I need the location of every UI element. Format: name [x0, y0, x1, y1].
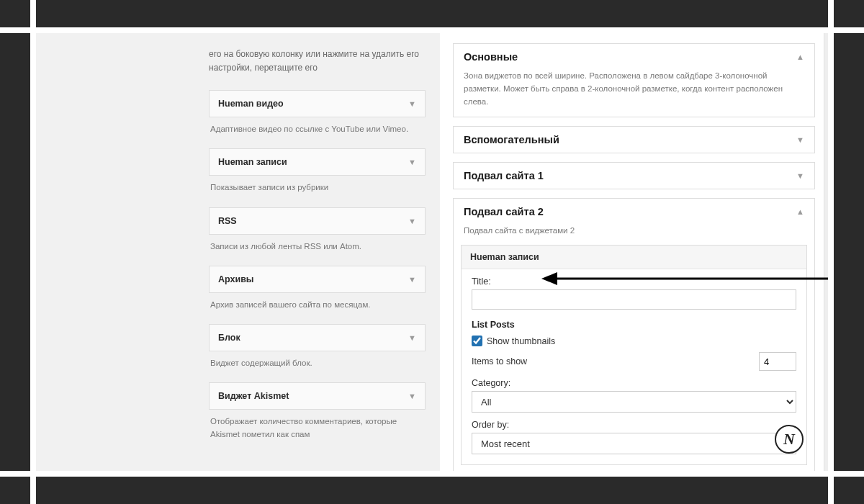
widget-area-title: Подвал сайта 2	[464, 206, 544, 217]
placed-widget-hueman-posts: Hueman записи ▲ Title: List Posts Show t…	[461, 245, 807, 465]
chevron-down-icon: ▼	[408, 217, 416, 225]
chevron-down-icon: ▼	[408, 99, 416, 108]
chevron-down-icon: ▼	[408, 158, 416, 166]
available-widgets-intro: его на боковую колонку или нажмите на уд…	[209, 48, 426, 74]
widget-area-aux[interactable]: Вспомогательный ▼	[453, 126, 815, 153]
scrollbar[interactable]	[824, 33, 828, 471]
widget-area-title: Подвал сайта 1	[464, 170, 544, 181]
widget-item-label: RSS	[218, 216, 237, 226]
widget-item-archives[interactable]: Архивы ▼	[209, 266, 426, 293]
widget-item-hueman-video[interactable]: Hueman видео ▼	[209, 90, 426, 117]
widget-item-label: Hueman записи	[218, 157, 287, 167]
widget-item-desc: Показывает записи из рубрики	[210, 181, 424, 194]
widget-area-title: Вспомогательный	[464, 134, 559, 145]
widget-item-label: Блок	[218, 333, 240, 343]
chevron-down-icon: ▼	[408, 333, 416, 342]
widget-area-desc: Зона виджетов по всей ширине. Расположен…	[454, 70, 814, 117]
order-by-select[interactable]: Most recent	[472, 433, 796, 454]
widget-item-rss[interactable]: RSS ▼	[209, 207, 426, 235]
title-input[interactable]	[472, 289, 796, 310]
order-by-label: Order by:	[472, 420, 796, 430]
widget-item-desc: Виджет содержащий блок.	[210, 357, 424, 369]
widget-item-label: Hueman видео	[218, 99, 284, 109]
list-posts-section-label: List Posts	[472, 320, 796, 330]
chevron-down-icon: ▼	[796, 171, 804, 180]
widget-item-desc: Отображает количество комментариев, кото…	[210, 415, 424, 441]
show-thumbnails-label: Show thumbnails	[487, 336, 555, 346]
widget-item-desc: Записи из любой ленты RSS или Atom.	[210, 240, 424, 253]
category-label: Category:	[472, 378, 796, 388]
items-to-show-input[interactable]	[759, 352, 796, 371]
widget-item-hueman-posts[interactable]: Hueman записи ▼	[209, 148, 426, 176]
widget-areas-panel: Основные ▲ Зона виджетов по всей ширине.…	[440, 33, 828, 471]
chevron-up-icon: ▲	[796, 207, 804, 216]
widget-item-desc: Архив записей вашего сайта по месяцам.	[210, 299, 424, 311]
widget-area-footer1[interactable]: Подвал сайта 1 ▼	[453, 162, 815, 189]
placed-widget-header[interactable]: Hueman записи ▲	[462, 246, 806, 269]
chevron-down-icon: ▼	[408, 392, 416, 400]
widget-area-main[interactable]: Основные ▲ Зона виджетов по всей ширине.…	[453, 43, 815, 117]
brand-logo: N	[775, 425, 804, 454]
show-thumbnails-checkbox[interactable]	[472, 336, 482, 346]
widget-item-label: Архивы	[218, 274, 254, 284]
placed-widget-title: Hueman записи	[470, 252, 539, 262]
items-to-show-label: Items to show	[472, 356, 527, 366]
widget-item-akismet[interactable]: Виджет Akismet ▼	[209, 382, 426, 410]
chevron-down-icon: ▼	[408, 275, 416, 284]
widget-item-block[interactable]: Блок ▼	[209, 324, 426, 351]
category-select[interactable]: All	[472, 391, 796, 413]
available-widgets-panel: его на боковую колонку или нажмите на уд…	[36, 33, 440, 471]
widget-area-footer2[interactable]: Подвал сайта 2 ▲ Подвал сайта с виджетам…	[453, 198, 815, 471]
widget-item-label: Виджет Akismet	[218, 391, 289, 401]
title-label: Title:	[472, 276, 796, 287]
chevron-up-icon: ▲	[796, 53, 804, 61]
widget-area-title: Основные	[464, 51, 518, 63]
chevron-down-icon: ▼	[796, 135, 804, 144]
widget-area-desc: Подвал сайта с виджетами 2	[454, 225, 814, 242]
widget-item-desc: Адаптивное видео по ссылке с YouTube или…	[210, 123, 424, 135]
